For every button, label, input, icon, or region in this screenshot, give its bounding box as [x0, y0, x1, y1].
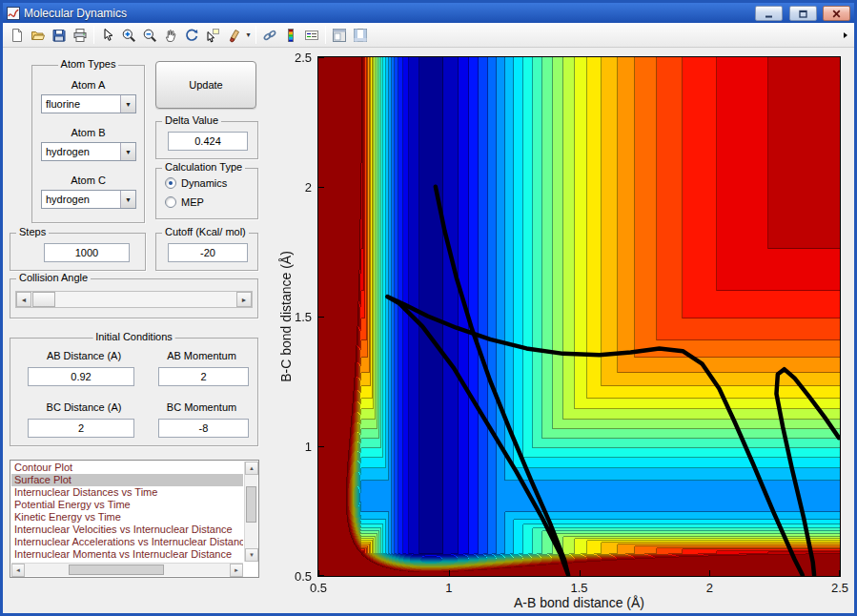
- zoom-out-button[interactable]: [139, 25, 160, 46]
- pan-button[interactable]: [160, 25, 181, 46]
- atom-a-label: Atom A: [32, 79, 144, 91]
- pointer-icon: [100, 28, 115, 43]
- ab-distance-field[interactable]: 0.92: [28, 367, 134, 386]
- horizontal-scroll-thumb[interactable]: [69, 565, 164, 575]
- new-figure-button[interactable]: [7, 25, 28, 46]
- atom-b-dropdown[interactable]: hydrogen ▼: [41, 142, 136, 161]
- minimize-button[interactable]: [755, 6, 783, 21]
- atom-c-dropdown[interactable]: hydrogen ▼: [41, 190, 136, 209]
- list-item[interactable]: Kinetic Energy vs Time: [11, 511, 243, 524]
- delta-value-panel: Delta Value 0.424: [155, 121, 258, 159]
- dropdown-arrow-icon[interactable]: ▼: [120, 191, 135, 208]
- list-horizontal-scrollbar[interactable]: ◄ ►: [11, 563, 243, 576]
- atom-c-value: hydrogen: [46, 194, 90, 205]
- list-item[interactable]: Internuclear Momenta vs Internuclear Dis…: [11, 548, 243, 561]
- slider-thumb[interactable]: [32, 292, 55, 307]
- delta-value-title: Delta Value: [162, 114, 221, 126]
- scroll-down-arrow-icon[interactable]: ▼: [245, 548, 258, 562]
- cutoff-title: Cutoff (Kcal/ mol): [162, 226, 249, 237]
- plot-type-listbox[interactable]: Contour Plot Surface Plot Internuclear D…: [10, 460, 259, 578]
- scroll-left-arrow-icon[interactable]: ◄: [11, 564, 25, 577]
- radio-unselected-icon: [165, 196, 176, 208]
- list-item[interactable]: Contour Plot: [11, 462, 243, 474]
- scroll-up-arrow-icon[interactable]: ▲: [245, 462, 258, 475]
- delta-value-field[interactable]: 0.424: [168, 132, 248, 151]
- initial-conditions-panel: Initial Conditions AB Distance (A) AB Mo…: [10, 338, 258, 446]
- collision-angle-slider[interactable]: ◄ ►: [15, 291, 253, 308]
- update-button-label: Update: [189, 79, 222, 91]
- app-window: Molecular Dynamics ▾ Atom Ty: [0, 0, 857, 616]
- brush-data-button[interactable]: [223, 25, 244, 46]
- list-item[interactable]: Internuclear Velocities vs Internuclear …: [11, 524, 243, 536]
- titlebar[interactable]: Molecular Dynamics: [3, 3, 854, 23]
- list-item[interactable]: Internuclear Accelerations vs Internucle…: [11, 536, 243, 548]
- brush-dropdown-arrow-icon[interactable]: ▾: [244, 25, 253, 46]
- update-button[interactable]: Update: [155, 61, 256, 109]
- x-axis-label: A-B bond distance (Å): [514, 595, 644, 610]
- rotate-3d-button[interactable]: [181, 25, 202, 46]
- list-item-selected[interactable]: Surface Plot: [11, 474, 243, 486]
- atom-c-label: Atom C: [32, 175, 144, 186]
- y-tick-label: 2: [305, 180, 312, 195]
- data-cursor-button[interactable]: [202, 25, 223, 46]
- list-item[interactable]: Internuclear Distances vs Time: [11, 486, 243, 499]
- radio-mep-label: MEP: [181, 196, 204, 208]
- slider-right-arrow-icon[interactable]: ►: [236, 292, 252, 307]
- y-tick-label: 1.5: [295, 310, 312, 324]
- ab-distance-label: AB Distance (A): [22, 350, 146, 361]
- colorbar-icon: [283, 28, 298, 43]
- maximize-icon: [799, 10, 807, 18]
- vertical-scroll-thumb[interactable]: [246, 486, 256, 523]
- toolbar-overflow-icon[interactable]: [843, 31, 850, 39]
- brush-icon: [226, 28, 241, 43]
- cutoff-field[interactable]: -20: [168, 243, 248, 262]
- pes-plot-axes: 0.5 1 1.5 2 2.5 2.5 2 1.5 1 0.5 A-B bond…: [317, 56, 841, 577]
- print-figure-button[interactable]: [70, 25, 91, 46]
- save-figure-button[interactable]: [49, 25, 70, 46]
- radio-mep[interactable]: MEP: [165, 195, 204, 209]
- close-button[interactable]: [823, 6, 850, 21]
- edit-pointer-button[interactable]: [97, 25, 118, 46]
- plot-type-list: Contour Plot Surface Plot Internuclear D…: [11, 462, 243, 562]
- x-tick-label: 0.5: [310, 581, 327, 595]
- scroll-right-arrow-icon[interactable]: ►: [230, 564, 243, 577]
- dropdown-arrow-icon[interactable]: ▼: [120, 143, 135, 160]
- insert-legend-button[interactable]: [301, 25, 322, 46]
- show-plot-tools-button[interactable]: [350, 25, 371, 46]
- bc-momentum-field[interactable]: -8: [158, 419, 249, 438]
- dropdown-arrow-icon[interactable]: ▼: [120, 95, 135, 113]
- y-tick-mark: [318, 575, 324, 576]
- steps-field[interactable]: 1000: [44, 243, 130, 262]
- pes-contour-canvas[interactable]: [318, 57, 840, 576]
- list-vertical-scrollbar[interactable]: ▲ ▼: [244, 462, 257, 562]
- open-file-button[interactable]: [28, 25, 49, 46]
- show-plot-tools-icon: [353, 28, 368, 43]
- x-tick-mark: [449, 570, 450, 576]
- x-tick-label: 1.5: [570, 581, 587, 595]
- hide-plot-tools-button[interactable]: [329, 25, 350, 46]
- atom-a-dropdown[interactable]: fluorine ▼: [41, 94, 136, 113]
- link-plot-button[interactable]: [259, 25, 280, 46]
- slider-left-arrow-icon[interactable]: ◄: [16, 292, 31, 307]
- y-axis-label: B-C bond distance (Å): [278, 251, 294, 382]
- bc-distance-label: BC Distance (A): [22, 401, 146, 413]
- zoom-in-button[interactable]: [118, 25, 139, 46]
- ab-momentum-field[interactable]: 2: [158, 367, 249, 386]
- insert-colorbar-button[interactable]: [280, 25, 301, 46]
- collision-angle-title: Collision Angle: [16, 272, 91, 283]
- radio-selected-icon: [165, 177, 176, 189]
- bc-distance-field[interactable]: 2: [28, 419, 134, 438]
- y-tick-mark: [318, 446, 324, 447]
- maximize-button[interactable]: [789, 6, 817, 21]
- window-controls: [753, 5, 850, 22]
- radio-dynamics[interactable]: Dynamics: [165, 176, 227, 190]
- cutoff-panel: Cutoff (Kcal/ mol) -20: [155, 233, 258, 271]
- y-tick-mark: [318, 317, 324, 318]
- list-item[interactable]: Potential Energy vs Time: [11, 499, 243, 511]
- ab-momentum-label: AB Momentum: [152, 350, 252, 361]
- x-tick-mark: [580, 570, 581, 576]
- new-figure-icon: [10, 28, 25, 43]
- minimize-icon: [765, 10, 773, 18]
- figure-content: Atom Types Atom A fluorine ▼ Atom B hydr…: [3, 48, 854, 613]
- toolbar-separator: [255, 26, 256, 44]
